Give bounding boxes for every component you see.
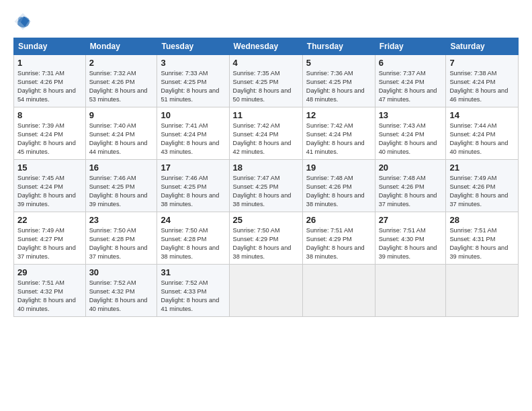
day-number: 29: [17, 267, 82, 277]
day-cell: 6 Sunrise: 7:37 AMSunset: 4:24 PMDayligh…: [375, 55, 446, 107]
day-info: Sunrise: 7:44 AMSunset: 4:24 PMDaylight:…: [449, 122, 508, 155]
day-cell: 2 Sunrise: 7:32 AMSunset: 4:26 PMDayligh…: [85, 55, 157, 107]
day-number: 3: [161, 58, 225, 68]
logo: [13, 12, 35, 31]
day-info: Sunrise: 7:33 AMSunset: 4:25 PMDaylight:…: [161, 70, 219, 103]
day-number: 11: [233, 110, 299, 120]
day-info: Sunrise: 7:41 AMSunset: 4:24 PMDaylight:…: [161, 122, 219, 155]
week-row-2: 8 Sunrise: 7:39 AMSunset: 4:24 PMDayligh…: [14, 107, 519, 160]
day-info: Sunrise: 7:48 AMSunset: 4:26 PMDaylight:…: [306, 175, 365, 208]
day-info: Sunrise: 7:48 AMSunset: 4:26 PMDaylight:…: [379, 175, 437, 208]
day-info: Sunrise: 7:50 AMSunset: 4:28 PMDaylight:…: [161, 227, 219, 260]
day-info: Sunrise: 7:51 AMSunset: 4:30 PMDaylight:…: [379, 227, 437, 260]
day-number: 8: [17, 110, 82, 120]
day-number: 20: [379, 163, 443, 173]
day-info: Sunrise: 7:51 AMSunset: 4:32 PMDaylight:…: [17, 279, 76, 312]
header-day-wednesday: Wednesday: [229, 38, 302, 55]
day-info: Sunrise: 7:31 AMSunset: 4:26 PMDaylight:…: [17, 70, 76, 103]
day-number: 16: [89, 163, 154, 173]
week-row-4: 22 Sunrise: 7:49 AMSunset: 4:27 PMDaylig…: [14, 212, 519, 265]
day-info: Sunrise: 7:36 AMSunset: 4:25 PMDaylight:…: [306, 70, 365, 103]
day-number: 6: [379, 58, 443, 68]
header-day-friday: Friday: [375, 38, 446, 55]
day-info: Sunrise: 7:35 AMSunset: 4:25 PMDaylight:…: [233, 70, 292, 103]
week-row-3: 15 Sunrise: 7:45 AMSunset: 4:24 PMDaylig…: [14, 160, 519, 212]
day-cell: 15 Sunrise: 7:45 AMSunset: 4:24 PMDaylig…: [14, 160, 86, 212]
week-row-1: 1 Sunrise: 7:31 AMSunset: 4:26 PMDayligh…: [14, 55, 519, 107]
day-cell: 26 Sunrise: 7:51 AMSunset: 4:29 PMDaylig…: [302, 212, 375, 265]
day-number: 19: [306, 163, 371, 173]
day-cell: 10 Sunrise: 7:41 AMSunset: 4:24 PMDaylig…: [157, 107, 229, 160]
day-info: Sunrise: 7:52 AMSunset: 4:32 PMDaylight:…: [89, 279, 148, 312]
header-day-thursday: Thursday: [302, 38, 375, 55]
day-cell: [446, 265, 519, 317]
day-number: 24: [161, 215, 225, 225]
day-info: Sunrise: 7:49 AMSunset: 4:26 PMDaylight:…: [449, 175, 508, 208]
calendar-container: SundayMondayTuesdayWednesdayThursdayFrid…: [0, 0, 532, 411]
day-cell: 11 Sunrise: 7:42 AMSunset: 4:24 PMDaylig…: [229, 107, 302, 160]
day-info: Sunrise: 7:47 AMSunset: 4:25 PMDaylight:…: [233, 175, 292, 208]
day-info: Sunrise: 7:45 AMSunset: 4:24 PMDaylight:…: [17, 175, 76, 208]
day-cell: 12 Sunrise: 7:42 AMSunset: 4:24 PMDaylig…: [302, 107, 375, 160]
header-day-tuesday: Tuesday: [157, 38, 229, 55]
header-day-sunday: Sunday: [14, 38, 86, 55]
day-number: 31: [161, 267, 225, 277]
header-day-saturday: Saturday: [446, 38, 519, 55]
day-info: Sunrise: 7:52 AMSunset: 4:33 PMDaylight:…: [161, 279, 219, 312]
day-number: 30: [89, 267, 154, 277]
day-info: Sunrise: 7:49 AMSunset: 4:27 PMDaylight:…: [17, 227, 76, 260]
day-info: Sunrise: 7:51 AMSunset: 4:31 PMDaylight:…: [449, 227, 508, 260]
day-cell: 29 Sunrise: 7:51 AMSunset: 4:32 PMDaylig…: [14, 265, 86, 317]
day-cell: 9 Sunrise: 7:40 AMSunset: 4:24 PMDayligh…: [85, 107, 157, 160]
day-cell: 18 Sunrise: 7:47 AMSunset: 4:25 PMDaylig…: [229, 160, 302, 212]
day-cell: 5 Sunrise: 7:36 AMSunset: 4:25 PMDayligh…: [302, 55, 375, 107]
day-number: 22: [17, 215, 82, 225]
day-number: 21: [449, 163, 515, 173]
day-cell: 22 Sunrise: 7:49 AMSunset: 4:27 PMDaylig…: [14, 212, 86, 265]
day-cell: 16 Sunrise: 7:46 AMSunset: 4:25 PMDaylig…: [85, 160, 157, 212]
day-number: 17: [161, 163, 225, 173]
day-number: 9: [89, 110, 154, 120]
day-cell: [375, 265, 446, 317]
day-number: 18: [233, 163, 299, 173]
day-info: Sunrise: 7:37 AMSunset: 4:24 PMDaylight:…: [379, 70, 437, 103]
day-info: Sunrise: 7:50 AMSunset: 4:28 PMDaylight:…: [89, 227, 148, 260]
day-number: 27: [379, 215, 443, 225]
header: [13, 12, 519, 31]
day-info: Sunrise: 7:38 AMSunset: 4:24 PMDaylight:…: [449, 70, 508, 103]
day-cell: [229, 265, 302, 317]
day-cell: 24 Sunrise: 7:50 AMSunset: 4:28 PMDaylig…: [157, 212, 229, 265]
day-number: 10: [161, 110, 225, 120]
day-info: Sunrise: 7:50 AMSunset: 4:29 PMDaylight:…: [233, 227, 292, 260]
day-number: 4: [233, 58, 299, 68]
day-cell: 4 Sunrise: 7:35 AMSunset: 4:25 PMDayligh…: [229, 55, 302, 107]
calendar-table: SundayMondayTuesdayWednesdayThursdayFrid…: [13, 38, 519, 317]
day-info: Sunrise: 7:39 AMSunset: 4:24 PMDaylight:…: [17, 122, 76, 155]
header-day-monday: Monday: [85, 38, 157, 55]
day-number: 2: [89, 58, 154, 68]
day-number: 13: [379, 110, 443, 120]
day-info: Sunrise: 7:51 AMSunset: 4:29 PMDaylight:…: [306, 227, 365, 260]
day-cell: 21 Sunrise: 7:49 AMSunset: 4:26 PMDaylig…: [446, 160, 519, 212]
day-number: 7: [449, 58, 515, 68]
day-cell: 3 Sunrise: 7:33 AMSunset: 4:25 PMDayligh…: [157, 55, 229, 107]
day-cell: 25 Sunrise: 7:50 AMSunset: 4:29 PMDaylig…: [229, 212, 302, 265]
day-cell: 14 Sunrise: 7:44 AMSunset: 4:24 PMDaylig…: [446, 107, 519, 160]
day-info: Sunrise: 7:42 AMSunset: 4:24 PMDaylight:…: [306, 122, 365, 155]
day-number: 1: [17, 58, 82, 68]
day-cell: 30 Sunrise: 7:52 AMSunset: 4:32 PMDaylig…: [85, 265, 157, 317]
day-info: Sunrise: 7:43 AMSunset: 4:24 PMDaylight:…: [379, 122, 437, 155]
day-info: Sunrise: 7:46 AMSunset: 4:25 PMDaylight:…: [89, 175, 148, 208]
day-cell: 31 Sunrise: 7:52 AMSunset: 4:33 PMDaylig…: [157, 265, 229, 317]
svg-point-1: [18, 17, 24, 22]
day-number: 12: [306, 110, 371, 120]
day-cell: 8 Sunrise: 7:39 AMSunset: 4:24 PMDayligh…: [14, 107, 86, 160]
day-cell: 7 Sunrise: 7:38 AMSunset: 4:24 PMDayligh…: [446, 55, 519, 107]
day-number: 25: [233, 215, 299, 225]
day-cell: 13 Sunrise: 7:43 AMSunset: 4:24 PMDaylig…: [375, 107, 446, 160]
day-number: 15: [17, 163, 82, 173]
day-number: 26: [306, 215, 371, 225]
day-info: Sunrise: 7:42 AMSunset: 4:24 PMDaylight:…: [233, 122, 292, 155]
day-cell: 19 Sunrise: 7:48 AMSunset: 4:26 PMDaylig…: [302, 160, 375, 212]
day-cell: 20 Sunrise: 7:48 AMSunset: 4:26 PMDaylig…: [375, 160, 446, 212]
